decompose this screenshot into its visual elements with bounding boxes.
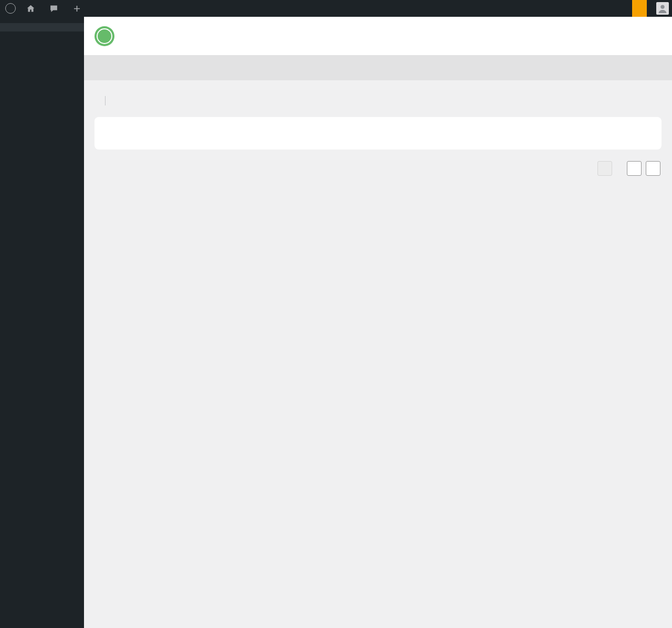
next-page-button[interactable] [627, 161, 642, 176]
collapse-icon [4, 45, 15, 55]
donations-submenu [0, 23, 84, 31]
test-mode-banner[interactable] [632, 0, 647, 17]
collapse-menu-button[interactable] [0, 40, 84, 59]
wordpress-logo-menu[interactable] [0, 0, 21, 17]
tab-bar [84, 55, 672, 80]
subnav [84, 80, 672, 105]
sidebar-menu-top [0, 17, 84, 23]
prev-page-button[interactable] [597, 161, 612, 176]
account-menu[interactable] [647, 0, 672, 17]
last-page-button[interactable] [646, 161, 660, 176]
comments-bubble-icon [49, 4, 58, 13]
new-content-link[interactable] [67, 0, 90, 17]
givewp-logo-icon [94, 26, 114, 46]
page-header [84, 17, 672, 55]
table-header-row [94, 117, 662, 150]
subnav-divider [105, 96, 106, 105]
plus-icon [72, 4, 81, 13]
givewp-logo-letter [97, 28, 112, 44]
footer [84, 622, 672, 628]
home-icon [26, 4, 35, 13]
avatar [656, 2, 669, 15]
pagination [84, 150, 672, 187]
migrations-table [94, 117, 662, 150]
site-name-link[interactable] [21, 0, 44, 17]
admin-bar [0, 0, 672, 17]
comments-link[interactable] [44, 0, 67, 17]
main-content [84, 0, 672, 628]
sidebar [0, 17, 84, 628]
admin-bar-spacer [90, 0, 632, 17]
wordpress-icon [5, 3, 16, 14]
